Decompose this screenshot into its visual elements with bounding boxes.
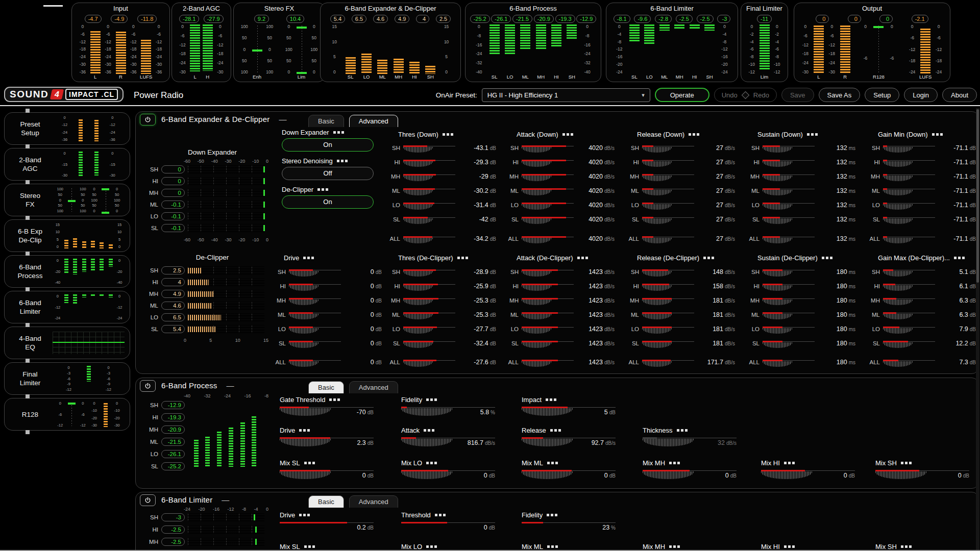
param-slider[interactable] <box>522 267 574 277</box>
param-slider[interactable] <box>642 267 694 277</box>
param-slider[interactable] <box>289 310 341 319</box>
slider-gate-threshold[interactable]: -70dB <box>280 406 374 420</box>
param-slider[interactable] <box>522 158 574 167</box>
param-slider[interactable] <box>883 339 935 348</box>
param-slider[interactable] <box>522 339 574 348</box>
param-slider[interactable] <box>763 339 815 348</box>
slider-drive[interactable]: 0.2dB <box>280 521 374 535</box>
param-slider[interactable] <box>642 358 694 367</box>
param-slider[interactable] <box>883 234 935 243</box>
redo-button[interactable]: Redo <box>748 91 774 99</box>
param-slider[interactable] <box>883 201 935 210</box>
window-minimize-dash[interactable] <box>43 5 63 7</box>
about-button[interactable]: About <box>942 88 977 102</box>
param-slider[interactable] <box>403 201 455 210</box>
power-button[interactable] <box>140 494 156 506</box>
param-slider[interactable] <box>522 201 574 210</box>
param-slider[interactable] <box>642 158 694 167</box>
param-slider[interactable] <box>403 282 455 291</box>
power-button[interactable] <box>140 114 156 126</box>
param-slider[interactable] <box>522 143 574 153</box>
param-slider[interactable] <box>763 358 815 367</box>
param-slider[interactable] <box>883 186 935 195</box>
param-slider[interactable] <box>883 310 935 319</box>
setup-button[interactable]: Setup <box>865 88 899 102</box>
param-slider[interactable] <box>403 296 455 305</box>
param-slider[interactable] <box>763 310 815 319</box>
param-slider[interactable] <box>883 215 935 224</box>
param-slider[interactable] <box>883 158 935 167</box>
param-slider[interactable] <box>763 201 815 210</box>
param-slider[interactable] <box>522 358 574 367</box>
param-slider[interactable] <box>642 234 694 243</box>
tab-advanced[interactable]: Advanced <box>349 115 398 127</box>
tab-basic[interactable]: Basic <box>308 381 344 393</box>
sidebar-item-final-limiter[interactable]: FinalLimiter0-3-6-9-120-3-6-9-12 <box>4 362 130 395</box>
slider-attack[interactable]: 816.7dB/s <box>401 436 495 450</box>
param-slider[interactable] <box>289 339 341 348</box>
param-slider[interactable] <box>522 186 574 195</box>
param-slider[interactable] <box>883 267 935 277</box>
slider-mix-mh[interactable]: 0dB <box>643 469 737 483</box>
param-slider[interactable] <box>403 172 455 181</box>
sidebar-item-2-band-agc[interactable]: 2-BandAGC0-15-300-15-30 <box>4 148 130 181</box>
sidebar-item-6-band-limiter[interactable]: 6-BandLimiter0-12-240-12-24 <box>4 291 130 323</box>
param-slider[interactable] <box>883 358 935 367</box>
save-as-button[interactable]: Save As <box>819 88 861 102</box>
param-slider[interactable] <box>403 267 455 277</box>
slider-drive[interactable]: 2.3dB <box>280 436 374 450</box>
undo-button[interactable]: Undo <box>717 91 743 99</box>
param-slider[interactable] <box>289 282 341 291</box>
param-slider[interactable] <box>883 282 935 291</box>
param-slider[interactable] <box>642 282 694 291</box>
param-slider[interactable] <box>403 143 455 153</box>
scrollbar-thumb[interactable] <box>976 109 979 283</box>
param-slider[interactable] <box>763 324 815 334</box>
param-slider[interactable] <box>642 172 694 181</box>
param-slider[interactable] <box>289 358 341 367</box>
param-slider[interactable] <box>403 324 455 334</box>
param-slider[interactable] <box>642 310 694 319</box>
param-slider[interactable] <box>763 282 815 291</box>
toggle-down-expander[interactable]: On <box>282 138 374 152</box>
param-slider[interactable] <box>522 234 574 243</box>
onair-preset-select[interactable]: HG II - High Efficiency 1 ▾ <box>482 88 650 102</box>
login-button[interactable]: Login <box>904 88 938 102</box>
param-slider[interactable] <box>642 143 694 153</box>
param-slider[interactable] <box>403 158 455 167</box>
param-slider[interactable] <box>883 324 935 334</box>
param-slider[interactable] <box>642 186 694 195</box>
param-slider[interactable] <box>522 282 574 291</box>
param-slider[interactable] <box>522 324 574 334</box>
param-slider[interactable] <box>883 172 935 181</box>
sidebar-item-4-band-eq[interactable]: 4-BandEQ <box>4 327 130 359</box>
param-slider[interactable] <box>642 201 694 210</box>
param-slider[interactable] <box>642 296 694 305</box>
param-slider[interactable] <box>289 267 341 277</box>
param-slider[interactable] <box>642 339 694 348</box>
param-slider[interactable] <box>522 296 574 305</box>
param-slider[interactable] <box>763 267 815 277</box>
param-slider[interactable] <box>763 143 815 153</box>
tab-advanced[interactable]: Advanced <box>349 495 398 508</box>
param-slider[interactable] <box>403 339 455 348</box>
param-slider[interactable] <box>289 324 341 334</box>
sidebar-item-preset-setup[interactable]: PresetSetup0-12-24-360-12-24-36 <box>4 112 130 145</box>
slider-impact[interactable]: 5dB <box>522 406 616 420</box>
param-slider[interactable] <box>522 310 574 319</box>
param-slider[interactable] <box>522 215 574 224</box>
tab-advanced[interactable]: Advanced <box>349 381 398 393</box>
sidebar-item-r128[interactable]: R1280-6-120-6-120-10-20-300-10-20-30 <box>4 398 130 431</box>
param-slider[interactable] <box>403 186 455 195</box>
sidebar-item-6-band-process[interactable]: 6-BandProcess0-20-400-20-40 <box>4 255 130 288</box>
slider-fidelity[interactable]: 23% <box>522 521 616 535</box>
tab-basic[interactable]: Basic <box>308 115 344 127</box>
tab-basic[interactable]: Basic <box>308 495 344 508</box>
sidebar-item-stereo-fx[interactable]: StereoFX10050050100100500501000501005000… <box>4 184 130 216</box>
slider-mix-lo[interactable]: 0dB <box>401 469 495 483</box>
slider-mix-sl[interactable]: 0dB <box>280 469 374 483</box>
param-slider[interactable] <box>642 215 694 224</box>
power-button[interactable] <box>140 380 156 392</box>
slider-threshold[interactable]: 0dB <box>401 521 495 535</box>
slider-thickness[interactable]: 32dB/s <box>643 436 737 450</box>
